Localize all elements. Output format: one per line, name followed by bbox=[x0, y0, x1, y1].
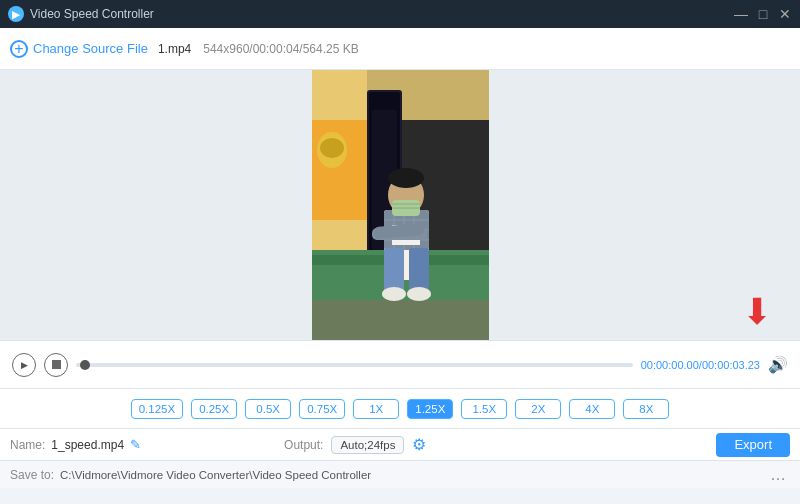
speed-1x-button[interactable]: 1X bbox=[353, 399, 399, 419]
saveto-section: Save to: C:\Vidmore\Vidmore Video Conver… bbox=[10, 468, 758, 482]
speed-05x-button[interactable]: 0.5X bbox=[245, 399, 291, 419]
bottom-bar: Name: 1_speed.mp4 ✎ Output: Auto;24fps ⚙… bbox=[0, 428, 800, 460]
time-display: 00:00:00.00/00:00:03.23 bbox=[641, 359, 760, 371]
name-label: Name: bbox=[10, 438, 45, 452]
controls-bar: ▶ 00:00:00.00/00:00:03.23 🔊 bbox=[0, 340, 800, 388]
file-name: 1.mp4 bbox=[158, 42, 191, 56]
change-source-label: Change Source File bbox=[33, 41, 148, 56]
svg-point-5 bbox=[320, 138, 344, 158]
svg-rect-11 bbox=[312, 300, 489, 340]
output-value[interactable]: Auto;24fps bbox=[331, 436, 404, 454]
video-area: ⬇ bbox=[0, 70, 800, 340]
title-bar: ▶ Video Speed Controller — □ ✕ bbox=[0, 0, 800, 28]
svg-rect-22 bbox=[409, 248, 429, 293]
svg-point-24 bbox=[407, 287, 431, 301]
video-preview-container bbox=[312, 70, 489, 340]
change-source-button[interactable]: + Change Source File bbox=[10, 40, 148, 58]
output-text: Auto;24fps bbox=[340, 439, 395, 451]
progress-bar[interactable] bbox=[76, 363, 633, 367]
svg-rect-21 bbox=[384, 248, 404, 293]
file-info: 1.mp4 544x960/00:00:04/564.25 KB bbox=[158, 42, 359, 56]
restore-button[interactable]: □ bbox=[756, 7, 770, 21]
speed-0125x-button[interactable]: 0.125X bbox=[131, 399, 183, 419]
name-value: 1_speed.mp4 bbox=[51, 438, 124, 452]
speed-2x-button[interactable]: 2X bbox=[515, 399, 561, 419]
saveto-path: C:\Vidmore\Vidmore Video Converter\Video… bbox=[60, 469, 371, 481]
total-time: 00:00:03.23 bbox=[702, 359, 760, 371]
speed-4x-button[interactable]: 4X bbox=[569, 399, 615, 419]
speed-bar: 0.125X 0.25X 0.5X 0.75X 1X 1.25X 1.5X 2X… bbox=[0, 388, 800, 428]
title-bar-controls: — □ ✕ bbox=[734, 7, 792, 21]
volume-button[interactable]: 🔊 bbox=[768, 355, 788, 374]
progress-handle[interactable] bbox=[80, 360, 90, 370]
settings-gear-icon[interactable]: ⚙ bbox=[412, 435, 426, 454]
speed-075x-button[interactable]: 0.75X bbox=[299, 399, 345, 419]
name-section: Name: 1_speed.mp4 ✎ bbox=[10, 437, 268, 452]
stop-button[interactable] bbox=[44, 353, 68, 377]
title-bar-left: ▶ Video Speed Controller bbox=[8, 6, 154, 22]
saveto-bar: Save to: C:\Vidmore\Vidmore Video Conver… bbox=[0, 460, 800, 488]
export-arrow-indicator: ⬇ bbox=[742, 294, 772, 330]
edit-name-icon[interactable]: ✎ bbox=[130, 437, 141, 452]
speed-025x-button[interactable]: 0.25X bbox=[191, 399, 237, 419]
app-icon: ▶ bbox=[8, 6, 24, 22]
video-preview bbox=[312, 70, 489, 340]
add-icon: + bbox=[10, 40, 28, 58]
app-title: Video Speed Controller bbox=[30, 7, 154, 21]
speed-125x-button[interactable]: 1.25X bbox=[407, 399, 453, 419]
file-meta: 544x960/00:00:04/564.25 KB bbox=[203, 42, 358, 56]
stop-icon bbox=[52, 360, 61, 369]
minimize-button[interactable]: — bbox=[734, 7, 748, 21]
saveto-label: Save to: bbox=[10, 468, 54, 482]
play-button[interactable]: ▶ bbox=[12, 353, 36, 377]
output-section: Output: Auto;24fps ⚙ bbox=[284, 435, 426, 454]
current-time: 00:00:00.00 bbox=[641, 359, 699, 371]
close-button[interactable]: ✕ bbox=[778, 7, 792, 21]
svg-point-23 bbox=[382, 287, 406, 301]
speed-8x-button[interactable]: 8X bbox=[623, 399, 669, 419]
output-label: Output: bbox=[284, 438, 323, 452]
svg-point-26 bbox=[388, 168, 424, 188]
export-button[interactable]: Export bbox=[716, 433, 790, 457]
speed-15x-button[interactable]: 1.5X bbox=[461, 399, 507, 419]
more-options-button[interactable]: … bbox=[766, 466, 790, 484]
toolbar: + Change Source File 1.mp4 544x960/00:00… bbox=[0, 28, 800, 70]
